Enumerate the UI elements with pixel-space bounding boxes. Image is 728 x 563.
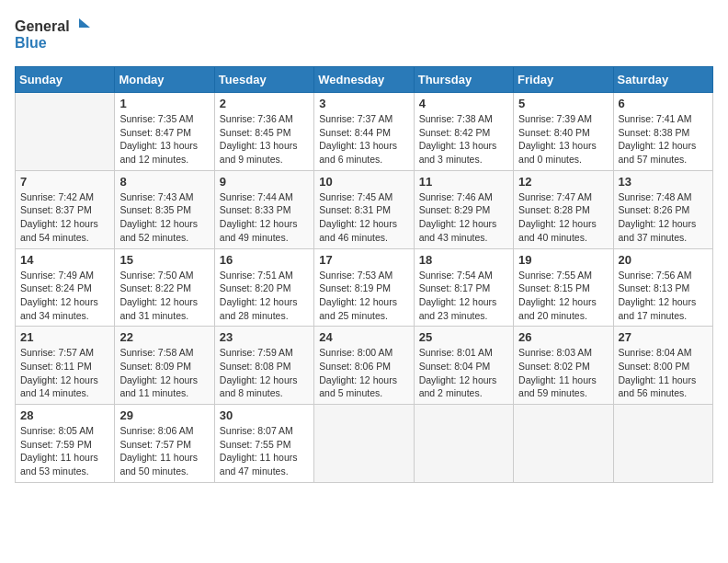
calendar-cell: 18Sunrise: 7:54 AM Sunset: 8:17 PM Dayli… [414,248,513,327]
day-info: Sunrise: 7:39 AM Sunset: 8:40 PM Dayligh… [518,112,608,167]
calendar-cell [16,93,115,171]
day-info: Sunrise: 7:54 AM Sunset: 8:17 PM Dayligh… [419,269,508,323]
day-info: Sunrise: 7:53 AM Sunset: 8:19 PM Dayligh… [319,269,408,323]
day-number: 16 [220,253,309,267]
day-number: 20 [619,253,708,267]
day-number: 12 [518,175,608,189]
day-number: 28 [20,408,109,422]
calendar-cell: 8Sunrise: 7:43 AM Sunset: 8:35 PM Daylig… [115,170,214,248]
calendar-cell: 22Sunrise: 7:58 AM Sunset: 8:09 PM Dayli… [115,327,214,405]
calendar-cell: 16Sunrise: 7:51 AM Sunset: 8:20 PM Dayli… [214,248,313,327]
calendar-cell: 12Sunrise: 7:47 AM Sunset: 8:28 PM Dayli… [514,170,613,248]
calendar-week-row: 1Sunrise: 7:35 AM Sunset: 8:47 PM Daylig… [16,93,713,171]
day-of-week-header: Saturday [613,67,712,93]
day-number: 24 [319,330,408,344]
day-number: 7 [20,175,109,189]
day-number: 29 [119,408,209,422]
day-info: Sunrise: 8:01 AM Sunset: 8:04 PM Dayligh… [419,346,508,400]
calendar-cell: 21Sunrise: 7:57 AM Sunset: 8:11 PM Dayli… [16,327,115,405]
day-info: Sunrise: 7:59 AM Sunset: 8:08 PM Dayligh… [220,346,309,400]
day-number: 5 [518,97,608,110]
day-info: Sunrise: 7:51 AM Sunset: 8:20 PM Dayligh… [220,269,309,323]
day-number: 4 [419,97,508,110]
calendar-cell: 11Sunrise: 7:46 AM Sunset: 8:29 PM Dayli… [414,170,513,248]
day-number: 25 [419,330,508,344]
day-number: 23 [220,330,309,344]
calendar-cell [414,405,513,483]
day-number: 30 [220,408,309,422]
day-number: 3 [319,97,408,110]
day-number: 22 [119,330,209,344]
calendar-week-row: 21Sunrise: 7:57 AM Sunset: 8:11 PM Dayli… [16,327,713,405]
calendar-cell: 2Sunrise: 7:36 AM Sunset: 8:45 PM Daylig… [214,93,313,171]
day-info: Sunrise: 8:03 AM Sunset: 8:02 PM Dayligh… [518,346,608,400]
day-info: Sunrise: 8:04 AM Sunset: 8:00 PM Dayligh… [619,346,708,400]
svg-text:General: General [15,18,70,34]
day-number: 27 [619,330,708,344]
calendar-cell: 6Sunrise: 7:41 AM Sunset: 8:38 PM Daylig… [613,93,712,171]
day-info: Sunrise: 7:44 AM Sunset: 8:33 PM Dayligh… [220,190,309,245]
day-of-week-header: Wednesday [314,67,414,93]
day-of-week-header: Monday [115,67,214,93]
calendar-cell: 23Sunrise: 7:59 AM Sunset: 8:08 PM Dayli… [214,327,313,405]
calendar-cell [514,405,613,483]
calendar-week-row: 7Sunrise: 7:42 AM Sunset: 8:37 PM Daylig… [16,170,713,248]
day-info: Sunrise: 8:07 AM Sunset: 7:55 PM Dayligh… [220,424,309,478]
calendar-cell: 4Sunrise: 7:38 AM Sunset: 8:42 PM Daylig… [414,93,513,171]
day-info: Sunrise: 7:41 AM Sunset: 8:38 PM Dayligh… [619,112,708,167]
calendar-week-row: 14Sunrise: 7:49 AM Sunset: 8:24 PM Dayli… [16,248,713,327]
day-of-week-header: Thursday [414,67,513,93]
day-info: Sunrise: 7:42 AM Sunset: 8:37 PM Dayligh… [20,190,109,245]
logo: GeneralBlue [15,15,97,55]
day-info: Sunrise: 7:36 AM Sunset: 8:45 PM Dayligh… [220,112,309,167]
day-number: 8 [119,175,209,189]
day-info: Sunrise: 8:00 AM Sunset: 8:06 PM Dayligh… [319,346,408,400]
day-of-week-header: Friday [514,67,613,93]
day-info: Sunrise: 8:06 AM Sunset: 7:57 PM Dayligh… [119,424,209,478]
day-info: Sunrise: 7:45 AM Sunset: 8:31 PM Dayligh… [319,190,408,245]
day-number: 13 [619,175,708,189]
calendar-cell: 20Sunrise: 7:56 AM Sunset: 8:13 PM Dayli… [613,248,712,327]
day-number: 2 [220,97,309,110]
calendar-cell: 3Sunrise: 7:37 AM Sunset: 8:44 PM Daylig… [314,93,414,171]
day-info: Sunrise: 7:57 AM Sunset: 8:11 PM Dayligh… [20,346,109,400]
calendar-cell [613,405,712,483]
calendar-table: SundayMondayTuesdayWednesdayThursdayFrid… [15,66,713,483]
day-info: Sunrise: 7:49 AM Sunset: 8:24 PM Dayligh… [20,269,109,323]
day-info: Sunrise: 7:46 AM Sunset: 8:29 PM Dayligh… [419,190,508,245]
svg-marker-2 [79,18,90,28]
day-number: 15 [119,253,209,267]
calendar-cell: 17Sunrise: 7:53 AM Sunset: 8:19 PM Dayli… [314,248,414,327]
calendar-cell: 7Sunrise: 7:42 AM Sunset: 8:37 PM Daylig… [16,170,115,248]
day-info: Sunrise: 7:47 AM Sunset: 8:28 PM Dayligh… [518,190,608,245]
logo-svg: GeneralBlue [15,15,97,55]
day-info: Sunrise: 7:35 AM Sunset: 8:47 PM Dayligh… [119,112,209,167]
calendar-header-row: SundayMondayTuesdayWednesdayThursdayFrid… [16,67,713,93]
calendar-cell: 13Sunrise: 7:48 AM Sunset: 8:26 PM Dayli… [613,170,712,248]
day-number: 17 [319,253,408,267]
day-number: 18 [419,253,508,267]
day-number: 6 [619,97,708,110]
page-header: GeneralBlue [15,15,713,55]
day-number: 26 [518,330,608,344]
calendar-cell: 27Sunrise: 8:04 AM Sunset: 8:00 PM Dayli… [613,327,712,405]
calendar-cell: 9Sunrise: 7:44 AM Sunset: 8:33 PM Daylig… [214,170,313,248]
calendar-cell: 24Sunrise: 8:00 AM Sunset: 8:06 PM Dayli… [314,327,414,405]
svg-text:Blue: Blue [15,35,47,51]
calendar-cell: 1Sunrise: 7:35 AM Sunset: 8:47 PM Daylig… [115,93,214,171]
day-number: 21 [20,330,109,344]
calendar-cell: 26Sunrise: 8:03 AM Sunset: 8:02 PM Dayli… [514,327,613,405]
day-info: Sunrise: 7:48 AM Sunset: 8:26 PM Dayligh… [619,190,708,245]
day-info: Sunrise: 7:37 AM Sunset: 8:44 PM Dayligh… [319,112,408,167]
calendar-cell: 10Sunrise: 7:45 AM Sunset: 8:31 PM Dayli… [314,170,414,248]
day-info: Sunrise: 8:05 AM Sunset: 7:59 PM Dayligh… [20,424,109,478]
day-number: 11 [419,175,508,189]
day-number: 1 [119,97,209,110]
day-info: Sunrise: 7:55 AM Sunset: 8:15 PM Dayligh… [518,269,608,323]
calendar-cell: 29Sunrise: 8:06 AM Sunset: 7:57 PM Dayli… [115,405,214,483]
day-info: Sunrise: 7:56 AM Sunset: 8:13 PM Dayligh… [619,269,708,323]
day-info: Sunrise: 7:43 AM Sunset: 8:35 PM Dayligh… [119,190,209,245]
day-of-week-header: Tuesday [214,67,313,93]
calendar-cell: 15Sunrise: 7:50 AM Sunset: 8:22 PM Dayli… [115,248,214,327]
calendar-cell: 5Sunrise: 7:39 AM Sunset: 8:40 PM Daylig… [514,93,613,171]
